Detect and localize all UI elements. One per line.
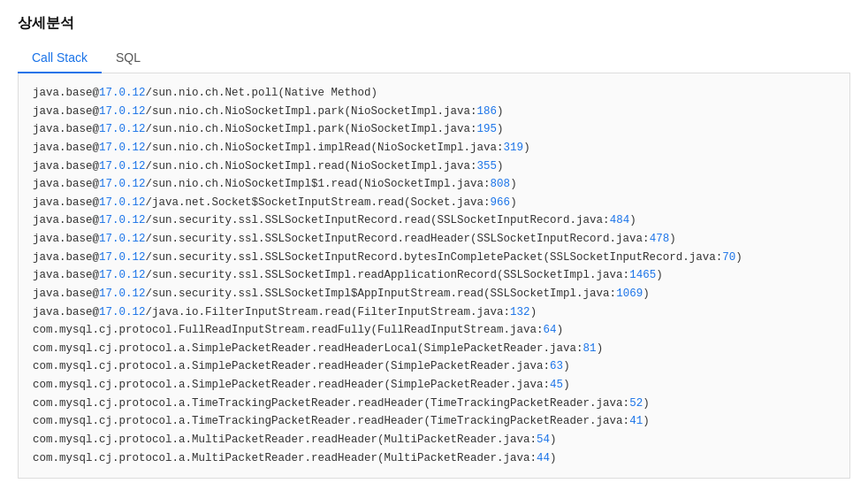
- line-number-link[interactable]: 45: [550, 379, 563, 391]
- version-link[interactable]: 17.0.12: [99, 196, 146, 209]
- version-link[interactable]: 17.0.12: [99, 233, 146, 245]
- line-number-link[interactable]: 966: [491, 196, 511, 209]
- stack-line: java.base@17.0.12/sun.security.ssl.SSLSo…: [33, 285, 835, 303]
- stack-line: java.base@17.0.12/sun.nio.ch.NioSocketIm…: [33, 175, 835, 194]
- stack-line: com.mysql.cj.protocol.a.MultiPacketReade…: [33, 449, 835, 468]
- version-link[interactable]: 17.0.12: [99, 123, 146, 135]
- line-number-link[interactable]: 319: [504, 142, 524, 154]
- tab-callstack[interactable]: Call Stack: [18, 43, 102, 73]
- stack-line: com.mysql.cj.protocol.a.TimeTrackingPack…: [33, 412, 835, 431]
- line-number-link[interactable]: 63: [550, 360, 563, 372]
- version-link[interactable]: 17.0.12: [99, 269, 146, 281]
- line-number-link[interactable]: 195: [477, 123, 498, 135]
- panel: 상세분석 Call Stack SQL java.base@17.0.12/su…: [0, 0, 868, 491]
- line-number-link[interactable]: 478: [650, 233, 670, 245]
- line-number-link[interactable]: 132: [510, 306, 530, 318]
- tab-sql[interactable]: SQL: [102, 43, 155, 73]
- stack-line: java.base@17.0.12/sun.nio.ch.Net.poll(Na…: [33, 84, 835, 103]
- callstack-content: java.base@17.0.12/sun.nio.ch.Net.poll(Na…: [18, 73, 850, 479]
- stack-line: java.base@17.0.12/java.io.FilterInputStr…: [33, 303, 835, 322]
- line-number-link[interactable]: 81: [583, 342, 597, 355]
- version-link[interactable]: 17.0.12: [99, 306, 146, 318]
- stack-line: java.base@17.0.12/java.net.Socket$Socket…: [33, 194, 835, 212]
- tabs-container: Call Stack SQL: [18, 43, 850, 73]
- version-link[interactable]: 17.0.12: [99, 105, 146, 118]
- line-number-link[interactable]: 1465: [629, 269, 656, 281]
- line-number-link[interactable]: 70: [722, 251, 735, 264]
- stack-line: java.base@17.0.12/sun.security.ssl.SSLSo…: [33, 249, 835, 267]
- line-number-link[interactable]: 186: [477, 105, 498, 118]
- stack-line: com.mysql.cj.protocol.a.TimeTrackingPack…: [33, 395, 835, 413]
- panel-title: 상세분석: [18, 14, 850, 33]
- line-number-link[interactable]: 808: [491, 178, 511, 190]
- stack-line: java.base@17.0.12/sun.nio.ch.NioSocketIm…: [33, 103, 835, 121]
- stack-line: java.base@17.0.12/sun.nio.ch.NioSocketIm…: [33, 139, 835, 157]
- stack-line: java.base@17.0.12/sun.security.ssl.SSLSo…: [33, 211, 835, 230]
- version-link[interactable]: 17.0.12: [99, 288, 146, 300]
- line-number-link[interactable]: 54: [537, 433, 550, 446]
- line-number-link[interactable]: 1069: [616, 288, 643, 300]
- line-number-link[interactable]: 355: [477, 160, 498, 173]
- line-number-link[interactable]: 484: [610, 214, 630, 226]
- line-number-link[interactable]: 64: [544, 324, 557, 336]
- version-link[interactable]: 17.0.12: [99, 160, 146, 173]
- stack-line: com.mysql.cj.protocol.a.SimplePacketRead…: [33, 357, 835, 376]
- line-number-link[interactable]: 52: [629, 397, 643, 410]
- version-link[interactable]: 17.0.12: [99, 87, 146, 99]
- version-link[interactable]: 17.0.12: [99, 142, 146, 154]
- stack-line: com.mysql.cj.protocol.a.MultiPacketReade…: [33, 431, 835, 449]
- stack-line: java.base@17.0.12/sun.security.ssl.SSLSo…: [33, 230, 835, 249]
- version-link[interactable]: 17.0.12: [99, 251, 146, 264]
- stack-line: java.base@17.0.12/sun.nio.ch.NioSocketIm…: [33, 157, 835, 176]
- stack-line: java.base@17.0.12/sun.nio.ch.NioSocketIm…: [33, 120, 835, 139]
- version-link[interactable]: 17.0.12: [99, 214, 146, 226]
- stack-line: java.base@17.0.12/sun.security.ssl.SSLSo…: [33, 266, 835, 285]
- line-number-link[interactable]: 44: [537, 452, 550, 464]
- stack-line: com.mysql.cj.protocol.a.SimplePacketRead…: [33, 376, 835, 395]
- version-link[interactable]: 17.0.12: [99, 178, 146, 190]
- line-number-link[interactable]: 41: [629, 415, 643, 427]
- stack-line: com.mysql.cj.protocol.FullReadInputStrea…: [33, 321, 835, 340]
- stack-line: com.mysql.cj.protocol.a.SimplePacketRead…: [33, 340, 835, 358]
